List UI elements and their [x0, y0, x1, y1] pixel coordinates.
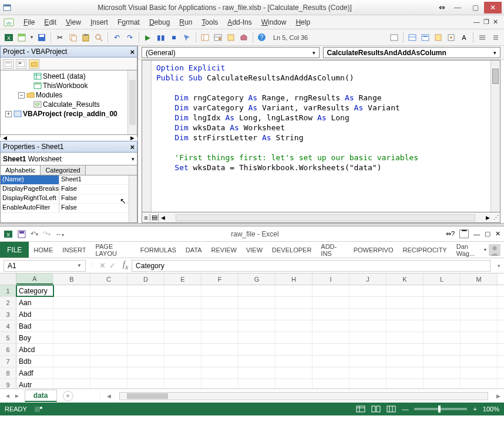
cell[interactable]	[201, 356, 238, 367]
cell[interactable]	[238, 356, 275, 367]
col-header-B[interactable]: B	[53, 273, 90, 285]
excel-close-button[interactable]: ✕	[495, 230, 500, 238]
col-header-J[interactable]: J	[350, 273, 387, 285]
cell[interactable]	[387, 297, 424, 308]
cell[interactable]	[127, 344, 164, 355]
tab-categorized[interactable]: Categorized	[41, 165, 85, 175]
new-sheet-button[interactable]: +	[63, 391, 73, 401]
cell[interactable]	[387, 320, 424, 332]
row-header[interactable]: 1	[0, 285, 16, 296]
cell[interactable]: Aadf	[16, 367, 53, 378]
ribbon-tab-data[interactable]: DATA	[181, 242, 207, 258]
undo-icon[interactable]: ↶	[112, 32, 122, 43]
paste-icon[interactable]	[80, 32, 91, 43]
cell[interactable]	[275, 367, 313, 378]
col-header-C[interactable]: C	[90, 273, 127, 285]
zoom-slider[interactable]	[414, 408, 467, 410]
cell[interactable]	[424, 367, 461, 378]
cell[interactable]	[201, 297, 238, 308]
cell[interactable]	[238, 285, 275, 296]
menu-format[interactable]: Format	[113, 17, 145, 28]
view-code-icon[interactable]	[3, 59, 14, 69]
cell[interactable]: Boy	[16, 332, 53, 343]
tree-sheet1[interactable]: Sheet1 (data)	[43, 72, 86, 80]
tree-thisworkbook[interactable]: ThisWorkbook	[43, 82, 88, 90]
cell[interactable]	[313, 297, 350, 308]
cell[interactable]	[387, 332, 424, 343]
properties-window-icon[interactable]	[213, 32, 223, 43]
object-browser-icon[interactable]	[226, 32, 236, 43]
row-header[interactable]: 6	[0, 344, 16, 355]
qat-undo-icon[interactable]: ↶▾	[31, 230, 38, 238]
ribbon-tab-developer[interactable]: DEVELOPER	[267, 242, 316, 258]
excel-sync-icon[interactable]: ⇔?	[446, 230, 455, 238]
cell[interactable]	[313, 320, 350, 332]
cell[interactable]	[387, 309, 424, 320]
cell[interactable]	[461, 309, 498, 320]
cell[interactable]	[53, 309, 90, 320]
cell[interactable]	[53, 332, 90, 343]
cell[interactable]	[350, 309, 387, 320]
cell[interactable]	[424, 344, 461, 355]
sheet-nav-next-icon[interactable]: ►	[14, 393, 20, 399]
cell[interactable]	[90, 285, 127, 296]
menu-help[interactable]: Help	[291, 17, 315, 28]
col-header-I[interactable]: I	[313, 273, 350, 285]
cut-icon[interactable]: ✂	[55, 32, 65, 43]
full-module-view-icon[interactable]: ▤	[150, 214, 159, 221]
macro-record-icon[interactable]	[34, 405, 42, 413]
properties-grid[interactable]: (Name)Sheet1 DisplayPageBreaksFalse Disp…	[0, 175, 137, 223]
qat-save-icon[interactable]	[18, 230, 26, 238]
cell[interactable]	[90, 297, 127, 308]
cell[interactable]	[238, 320, 275, 332]
restore-icon[interactable]: ⇔	[435, 3, 449, 12]
cell[interactable]	[53, 367, 90, 378]
cell[interactable]	[201, 344, 238, 355]
ribbon-tab-insert[interactable]: INSERT	[58, 242, 90, 258]
excel-minimize-button[interactable]: —	[473, 231, 480, 238]
tree-scrollbar[interactable]	[127, 70, 137, 134]
cell[interactable]	[461, 297, 498, 308]
cell[interactable]	[53, 285, 90, 296]
cell[interactable]	[201, 367, 238, 378]
toolbar-extra-8-icon[interactable]	[490, 32, 500, 43]
menu-edit[interactable]: Edit	[39, 17, 61, 28]
row-header[interactable]: 3	[0, 309, 16, 320]
cell[interactable]	[201, 320, 238, 332]
cell[interactable]	[90, 379, 127, 388]
menu-insert[interactable]: Insert	[86, 17, 113, 28]
cell[interactable]	[275, 285, 313, 296]
cell[interactable]	[275, 332, 313, 343]
cell[interactable]	[90, 332, 127, 343]
cell[interactable]: Bdb	[16, 356, 53, 367]
col-header-K[interactable]: K	[387, 273, 424, 285]
cell[interactable]	[387, 344, 424, 355]
sheet-nav-prev-icon[interactable]: ◄	[5, 393, 11, 399]
cell[interactable]	[164, 285, 201, 296]
ribbon-display-options-icon[interactable]: ▔	[459, 229, 469, 238]
tree-modules-folder[interactable]: Modules	[36, 91, 62, 99]
toolbar-extra-5-icon[interactable]	[446, 32, 456, 43]
cell[interactable]	[90, 309, 127, 320]
cell[interactable]	[461, 379, 498, 388]
cell[interactable]	[53, 379, 90, 388]
cell[interactable]	[313, 344, 350, 355]
zoom-out-button[interactable]: —	[402, 405, 408, 413]
project-explorer-icon[interactable]	[200, 32, 210, 43]
cell[interactable]	[275, 320, 313, 332]
menu-tools[interactable]: Tools	[197, 17, 223, 28]
tab-alphabetic[interactable]: Alphabetic	[1, 165, 41, 175]
cell[interactable]	[127, 356, 164, 367]
fx-icon[interactable]: fx	[119, 260, 132, 271]
cell[interactable]	[164, 356, 201, 367]
break-icon[interactable]: ▮▮	[156, 32, 166, 43]
save-icon[interactable]	[36, 32, 47, 43]
toolbar-extra-2-icon[interactable]	[407, 32, 418, 43]
child-close-button[interactable]: ✕	[493, 18, 498, 26]
cell[interactable]	[238, 379, 275, 388]
tree-addin-project[interactable]: VBAProject (recip_addin_00	[23, 110, 117, 118]
cell[interactable]	[238, 297, 275, 308]
cancel-formula-icon[interactable]: ✕	[99, 261, 106, 270]
project-panel-close-icon[interactable]: ×	[130, 48, 135, 56]
cell[interactable]	[424, 309, 461, 320]
